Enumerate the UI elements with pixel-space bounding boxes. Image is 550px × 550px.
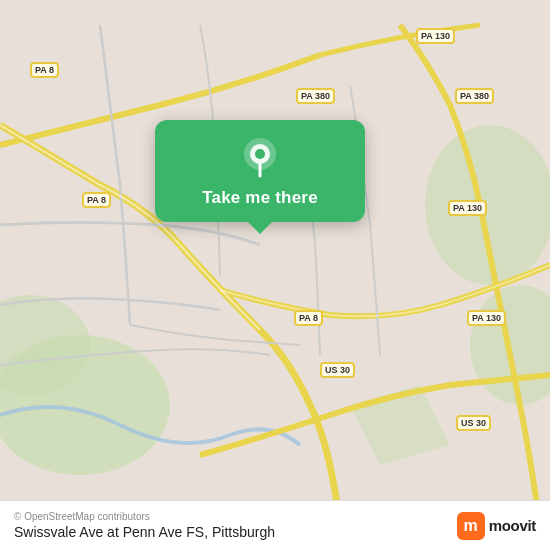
badge-pa380-right: PA 380 xyxy=(455,88,494,104)
map-svg xyxy=(0,0,550,550)
map-container: PA 8 PA 130 PA 380 PA 380 PA 8 PA 8 PA 1… xyxy=(0,0,550,550)
moovit-letter: m xyxy=(457,512,485,540)
popup-card[interactable]: Take me there xyxy=(155,120,365,222)
bottom-bar-info: © OpenStreetMap contributors Swissvale A… xyxy=(14,511,275,540)
attribution-text: © OpenStreetMap contributors xyxy=(14,511,275,522)
badge-pa380-center: PA 380 xyxy=(296,88,335,104)
svg-point-3 xyxy=(425,125,550,285)
badge-pa130-mid: PA 130 xyxy=(448,200,487,216)
moovit-brand: moovit xyxy=(489,517,536,534)
badge-us30-right: US 30 xyxy=(456,415,491,431)
badge-pa8-lower: PA 8 xyxy=(294,310,323,326)
svg-point-8 xyxy=(255,149,265,159)
badge-pa8-mid: PA 8 xyxy=(82,192,111,208)
badge-pa130-lower: PA 130 xyxy=(467,310,506,326)
location-label: Swissvale Ave at Penn Ave FS, Pittsburgh xyxy=(14,524,275,540)
location-pin-icon xyxy=(238,136,282,180)
badge-pa130-top: PA 130 xyxy=(416,28,455,44)
badge-us30-center: US 30 xyxy=(320,362,355,378)
badge-pa8-top: PA 8 xyxy=(30,62,59,78)
take-me-there-label: Take me there xyxy=(202,188,318,208)
moovit-logo: m moovit xyxy=(457,512,536,540)
bottom-bar: © OpenStreetMap contributors Swissvale A… xyxy=(0,500,550,550)
